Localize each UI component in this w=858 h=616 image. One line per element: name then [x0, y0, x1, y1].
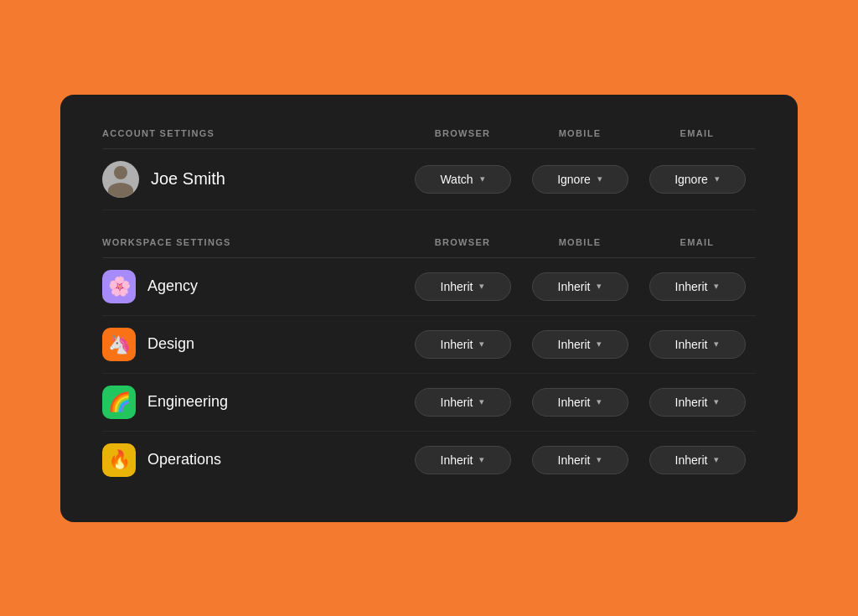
workspace-email-dropdown-1[interactable]: Inherit ▾: [649, 330, 746, 359]
account-mobile-chevron-icon: ▾: [597, 173, 602, 184]
workspace-browser-chevron-icon: ▾: [479, 281, 484, 292]
workspace-mobile-col-header: MOBILE: [521, 237, 638, 247]
workspace-browser-dropdown-3[interactable]: Inherit ▾: [415, 446, 511, 474]
account-email-col-header: EMAIL: [638, 128, 756, 138]
workspace-email-value: Inherit: [675, 453, 708, 467]
workspace-email-chevron-icon: ▾: [714, 454, 719, 465]
account-browser-chevron-icon: ▾: [480, 173, 485, 184]
workspace-name-cell: 🔥 Operations: [102, 443, 404, 477]
workspace-row: 🌈 Engineering Inherit ▾ Inherit ▾ Inheri…: [102, 374, 756, 432]
workspace-mobile-value: Inherit: [558, 396, 591, 409]
workspace-email-dropdown-2[interactable]: Inherit ▾: [649, 388, 746, 417]
workspace-email-chevron-icon: ▾: [714, 396, 719, 407]
account-email-chevron-icon: ▾: [715, 173, 720, 184]
account-row: Joe Smith Watch ▾ Ignore ▾ Ignore ▾: [102, 149, 756, 210]
workspace-browser-value: Inherit: [441, 280, 473, 293]
workspace-name-cell: 🌸 Agency: [102, 270, 404, 303]
workspace-email-dropdown-0[interactable]: Inherit ▾: [649, 272, 746, 301]
workspace-browser-chevron-icon: ▾: [479, 339, 484, 349]
workspace-name-label: Operations: [147, 451, 221, 468]
workspace-icon: 🌈: [102, 386, 136, 419]
workspace-browser-dropdown-1[interactable]: Inherit ▾: [415, 330, 511, 359]
workspace-icon: 🔥: [102, 443, 136, 477]
workspace-row: 🌸 Agency Inherit ▾ Inherit ▾ Inherit ▾: [102, 258, 756, 316]
workspace-email-value: Inherit: [675, 338, 708, 351]
workspace-email-col-header: EMAIL: [638, 237, 756, 247]
workspace-name-label: Engineering: [147, 393, 228, 411]
workspace-mobile-chevron-icon: ▾: [597, 454, 602, 465]
workspace-name-cell: 🦄 Design: [102, 328, 404, 361]
workspace-email-value: Inherit: [675, 280, 708, 293]
workspace-row: 🦄 Design Inherit ▾ Inherit ▾ Inherit ▾: [102, 316, 756, 374]
workspace-mobile-chevron-icon: ▾: [597, 281, 602, 292]
workspace-mobile-dropdown-2[interactable]: Inherit ▾: [532, 388, 628, 417]
workspace-email-chevron-icon: ▾: [714, 281, 719, 292]
workspace-name-label: Agency: [147, 277, 198, 295]
workspace-email-dropdown-3[interactable]: Inherit ▾: [649, 446, 746, 474]
account-mobile-dropdown[interactable]: Ignore ▾: [532, 165, 628, 194]
workspace-browser-value: Inherit: [441, 453, 473, 467]
workspace-email-value: Inherit: [675, 396, 708, 409]
workspace-mobile-dropdown-3[interactable]: Inherit ▾: [532, 446, 628, 474]
workspace-browser-value: Inherit: [441, 338, 473, 351]
workspace-name-cell: 🌈 Engineering: [102, 386, 404, 419]
workspace-mobile-chevron-icon: ▾: [597, 396, 602, 407]
workspace-mobile-value: Inherit: [558, 280, 591, 293]
workspace-browser-chevron-icon: ▾: [479, 396, 484, 407]
section-gap: [102, 210, 756, 237]
workspace-settings-label: WORKSPACE SETTINGS: [102, 237, 404, 247]
workspace-browser-dropdown-2[interactable]: Inherit ▾: [415, 388, 511, 417]
workspace-section-header: WORKSPACE SETTINGS BROWSER MOBILE EMAIL: [102, 237, 756, 247]
workspace-mobile-value: Inherit: [558, 453, 591, 467]
avatar: [102, 161, 139, 198]
settings-card: ACCOUNT SETTINGS BROWSER MOBILE EMAIL Jo…: [60, 95, 798, 522]
workspace-mobile-value: Inherit: [558, 338, 591, 351]
workspace-browser-value: Inherit: [441, 396, 473, 409]
account-browser-dropdown[interactable]: Watch ▾: [415, 165, 511, 194]
workspace-row: 🔥 Operations Inherit ▾ Inherit ▾ Inherit…: [102, 432, 756, 489]
account-browser-value: Watch: [440, 173, 473, 186]
workspace-browser-col-header: BROWSER: [404, 237, 521, 247]
account-name-label: Joe Smith: [151, 169, 225, 189]
workspace-name-label: Design: [147, 335, 194, 353]
account-section-header: ACCOUNT SETTINGS BROWSER MOBILE EMAIL: [102, 128, 756, 138]
workspace-mobile-dropdown-0[interactable]: Inherit ▾: [532, 272, 628, 301]
workspace-mobile-dropdown-1[interactable]: Inherit ▾: [532, 330, 628, 359]
account-mobile-col-header: MOBILE: [521, 128, 638, 138]
workspace-browser-dropdown-0[interactable]: Inherit ▾: [415, 272, 511, 301]
workspace-email-chevron-icon: ▾: [714, 339, 719, 349]
workspace-mobile-chevron-icon: ▾: [597, 339, 602, 349]
account-settings-label: ACCOUNT SETTINGS: [102, 128, 404, 138]
workspace-icon: 🌸: [102, 270, 136, 303]
account-mobile-value: Ignore: [557, 173, 591, 186]
workspace-browser-chevron-icon: ▾: [479, 454, 484, 465]
workspace-rows-container: 🌸 Agency Inherit ▾ Inherit ▾ Inherit ▾: [102, 258, 756, 489]
account-email-value: Ignore: [675, 173, 708, 186]
account-name-cell: Joe Smith: [102, 161, 404, 198]
account-browser-col-header: BROWSER: [404, 128, 521, 138]
account-email-dropdown[interactable]: Ignore ▾: [649, 165, 746, 194]
workspace-icon: 🦄: [102, 328, 136, 361]
